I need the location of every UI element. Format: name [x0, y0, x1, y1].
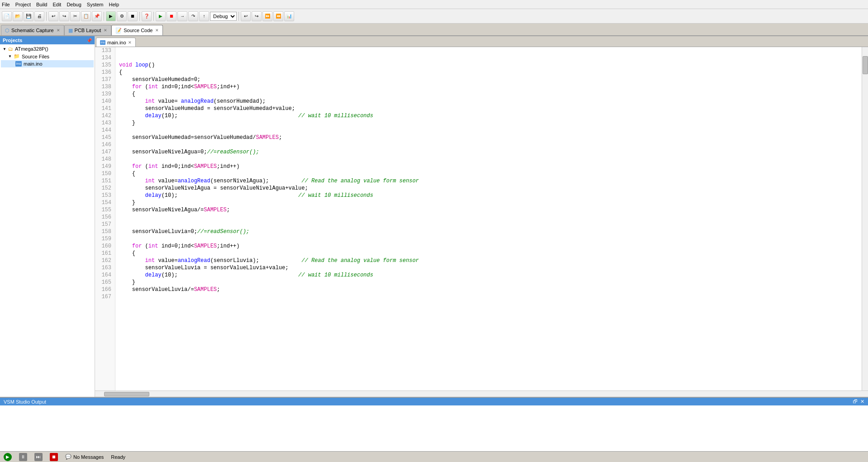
output-close-btn[interactable]: ✕ — [860, 399, 864, 405]
line-number: 152 — [95, 185, 115, 192]
scrollbar-thumb[interactable] — [863, 56, 868, 74]
code-line — [119, 47, 858, 54]
tree-source-folder[interactable]: ▼ 📁 Source Files — [1, 52, 94, 60]
horizontal-scroll[interactable] — [95, 391, 868, 397]
build-btn[interactable]: ▶ — [106, 11, 116, 21]
stop-build-btn[interactable]: ⏹ — [128, 11, 138, 21]
debug-step-over[interactable]: ↷ — [188, 11, 198, 21]
code-line: { — [119, 90, 858, 98]
output-body — [0, 405, 868, 451]
open-btn[interactable]: 📂 — [13, 11, 23, 21]
output-restore-btn[interactable]: 🗗 — [853, 399, 858, 405]
more2[interactable]: ⏪ — [273, 11, 283, 21]
line-number: 159 — [95, 235, 115, 243]
menu-edit[interactable]: Edit — [52, 2, 61, 7]
code-line: int value= analogRead(sensorHumedad); — [119, 98, 858, 105]
output-panel: VSM Studio Output 🗗 ✕ — [0, 397, 868, 451]
line-number: 157 — [95, 221, 115, 228]
tree-main-ino[interactable]: ino main.ino — [1, 60, 94, 67]
close-pcb-tab[interactable]: ✕ — [104, 28, 107, 33]
code-file-icon: ino — [100, 40, 105, 45]
code-line — [119, 156, 858, 163]
status-area: Ready — [111, 454, 125, 460]
messages-label: No Messages — [73, 454, 104, 460]
menu-file[interactable]: File — [2, 2, 10, 7]
debug-step[interactable]: → — [177, 11, 187, 21]
undo-btn[interactable]: ↩ — [48, 11, 58, 21]
menu-debug[interactable]: Debug — [67, 2, 81, 7]
play-button[interactable]: ▶ — [4, 453, 12, 461]
code-line: } — [119, 279, 858, 286]
sidebar-pin-btn[interactable]: 📌 — [86, 38, 92, 43]
redo2[interactable]: ↪ — [252, 11, 262, 21]
menu-help[interactable]: Help — [109, 2, 119, 7]
menu-system[interactable]: System — [87, 2, 104, 7]
paste-btn[interactable]: 📌 — [92, 11, 102, 21]
code-line — [119, 54, 858, 62]
code-line: sensorValueNivelAgua/=SAMPLES; — [119, 206, 858, 214]
message-icon: 💬 — [65, 454, 72, 460]
schematic-icon: ⬡ — [5, 28, 10, 33]
code-line: int value=analogRead(sensorLluvia); // R… — [119, 257, 858, 264]
close-code-tab[interactable]: ✕ — [128, 40, 132, 45]
line-number: 151 — [95, 177, 115, 185]
tab-schematic[interactable]: ⬡ Schematic Capture ✕ — [1, 25, 64, 35]
tree-area: ▼ 🗂 ATmega328P() ▼ 📁 Source Files ino ma… — [0, 44, 95, 397]
line-number: 136 — [95, 69, 115, 76]
folder-icon: 📁 — [14, 53, 20, 59]
cut-btn[interactable]: ✂ — [70, 11, 80, 21]
line-number: 158 — [95, 228, 115, 235]
code-line: { — [119, 170, 858, 177]
code-line: sensorValueNivelAgua=0;//=readSensor(); — [119, 148, 858, 156]
code-line — [119, 221, 858, 228]
compile-btn[interactable]: ⚙ — [117, 11, 127, 21]
tab-pcb[interactable]: ▦ PCB Layout ✕ — [64, 25, 112, 35]
more1[interactable]: ⏩ — [262, 11, 272, 21]
line-number: 135 — [95, 62, 115, 69]
line-number: 141 — [95, 105, 115, 112]
code-panel: ino main.ino ✕ 1331341351361371381391401… — [95, 36, 868, 397]
close-schematic-tab[interactable]: ✕ — [57, 28, 60, 33]
line-numbers: 1331341351361371381391401411421431441451… — [95, 47, 115, 391]
help-btn[interactable]: ❓ — [142, 11, 152, 21]
h-scroll-thumb[interactable] — [104, 392, 149, 396]
tree-project[interactable]: ▼ 🗂 ATmega328P() — [1, 45, 94, 52]
debug-stop[interactable]: ⏹ — [167, 11, 176, 21]
debug-play[interactable]: ▶ — [156, 11, 166, 21]
vertical-scrollbar[interactable] — [862, 47, 868, 391]
toolbar: 📄 📂 💾 🖨 ↩ ↪ ✂ 📋 📌 ▶ ⚙ ⏹ ❓ ▶ ⏹ → ↷ ↑ Debu… — [0, 9, 868, 24]
code-line: for (int ind=0;ind<SAMPLES;ind++) — [119, 163, 858, 170]
output-title: VSM Studio Output — [4, 399, 46, 405]
debug-select[interactable]: Debug — [210, 12, 237, 21]
main-tabs: ⬡ Schematic Capture ✕ ▦ PCB Layout ✕ 📝 S… — [0, 24, 868, 36]
tab-source[interactable]: 📝 Source Code ✕ — [111, 25, 163, 35]
code-tab-main[interactable]: ino main.ino ✕ — [96, 38, 136, 47]
code-line: int value=analogRead(sensorNivelAgua); /… — [119, 177, 858, 185]
close-source-tab[interactable]: ✕ — [155, 28, 159, 33]
project-arrow: ▼ — [3, 47, 6, 51]
save-btn[interactable]: 💾 — [24, 11, 33, 21]
code-line: } — [119, 199, 858, 206]
step-button[interactable]: ⏭ — [34, 453, 43, 461]
line-number: 148 — [95, 156, 115, 163]
stop-button[interactable]: ⏹ — [50, 453, 58, 461]
new-btn[interactable]: 📄 — [2, 11, 12, 21]
code-line — [119, 214, 858, 221]
pause-button[interactable]: ⏸ — [19, 453, 27, 461]
code-line: void loop() — [119, 62, 858, 69]
print-btn[interactable]: 🖨 — [34, 11, 44, 21]
debug-step-out[interactable]: ↑ — [199, 11, 209, 21]
more3[interactable]: 📊 — [284, 11, 294, 21]
undo2[interactable]: ↩ — [241, 11, 251, 21]
line-number: 139 — [95, 90, 115, 98]
code-content[interactable]: void loop(){ sensorValueHumedad=0; for (… — [115, 47, 862, 391]
code-editor: 1331341351361371381391401411421431441451… — [95, 47, 868, 391]
menu-project[interactable]: Project — [15, 2, 31, 7]
line-number: 134 — [95, 54, 115, 62]
project-icon: 🗂 — [8, 46, 13, 52]
messages-area: 💬 No Messages — [65, 454, 104, 460]
code-line: } — [119, 119, 858, 127]
copy-btn[interactable]: 📋 — [81, 11, 91, 21]
redo-btn[interactable]: ↪ — [59, 11, 69, 21]
menu-build[interactable]: Build — [36, 2, 47, 7]
